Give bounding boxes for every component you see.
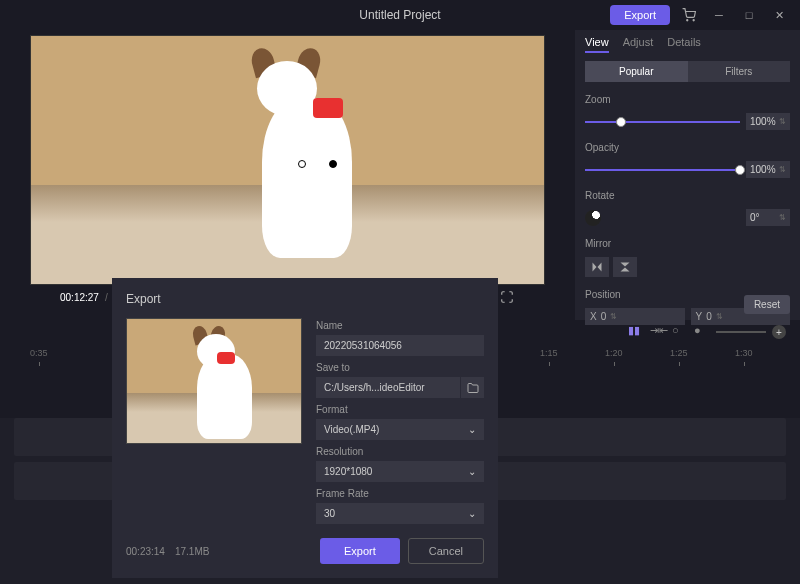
maximize-button[interactable]: □ [738, 4, 760, 26]
tab-details[interactable]: Details [667, 36, 701, 53]
ruler-mark: 1:15 [540, 348, 558, 358]
cancel-button[interactable]: Cancel [408, 538, 484, 564]
resolution-select[interactable]: 1920*1080⌄ [316, 461, 484, 482]
ruler-mark: 1:25 [670, 348, 688, 358]
titlebar: Untitled Project Export ─ □ ✕ [0, 0, 800, 30]
rotate-knob[interactable] [585, 210, 601, 226]
zoom-slider[interactable] [585, 121, 740, 123]
save-path-input[interactable] [316, 377, 460, 398]
zoom-in-button[interactable]: + [772, 325, 786, 339]
tab-adjust[interactable]: Adjust [623, 36, 654, 53]
marker-icon[interactable]: ▮▮ [628, 324, 644, 340]
preview-area: 00:12:27 / 00:23:14 : 9 ⌄ [0, 30, 575, 320]
fullscreen-icon[interactable] [499, 289, 515, 305]
name-label: Name [316, 320, 484, 331]
rotate-value[interactable]: 0°⇅ [746, 209, 790, 226]
current-time: 00:12:27 [60, 292, 99, 303]
export-filesize: 17.1MB [175, 546, 209, 557]
properties-panel: View Adjust Details Popular Filters Zoom… [575, 30, 800, 320]
opacity-value[interactable]: 100%⇅ [746, 161, 790, 178]
reset-button[interactable]: Reset [744, 295, 790, 314]
dot-icon[interactable]: ● [694, 324, 710, 340]
tab-view[interactable]: View [585, 36, 609, 53]
ruler-mark: 1:20 [605, 348, 623, 358]
opacity-label: Opacity [585, 142, 790, 153]
zoom-label: Zoom [585, 94, 790, 105]
circle-icon[interactable]: ○ [672, 324, 688, 340]
segment-popular[interactable]: Popular [585, 61, 688, 82]
rotate-label: Rotate [585, 190, 790, 201]
format-label: Format [316, 404, 484, 415]
minimize-button[interactable]: ─ [708, 4, 730, 26]
position-x-input[interactable]: X0⇅ [585, 308, 685, 325]
resolution-label: Resolution [316, 446, 484, 457]
svg-point-1 [693, 20, 694, 21]
svg-point-0 [687, 20, 688, 21]
framerate-label: Frame Rate [316, 488, 484, 499]
timeline-zoom-slider[interactable] [716, 331, 766, 333]
format-select[interactable]: Video(.MP4)⌄ [316, 419, 484, 440]
close-button[interactable]: ✕ [768, 4, 790, 26]
zoom-value[interactable]: 100%⇅ [746, 113, 790, 130]
mirror-horizontal-button[interactable] [585, 257, 609, 277]
cart-icon[interactable] [678, 4, 700, 26]
time-sep: / [105, 292, 108, 303]
opacity-slider[interactable] [585, 169, 740, 171]
align-icon[interactable]: ⇥⇤ [650, 324, 666, 340]
export-button[interactable]: Export [610, 5, 670, 25]
mirror-label: Mirror [585, 238, 790, 249]
segment-filters[interactable]: Filters [688, 61, 791, 82]
export-duration: 00:23:14 [126, 546, 165, 557]
export-confirm-button[interactable]: Export [320, 538, 400, 564]
name-input[interactable] [316, 335, 484, 356]
mirror-vertical-button[interactable] [613, 257, 637, 277]
export-thumbnail [126, 318, 302, 444]
ruler-mark: 0:35 [30, 348, 48, 358]
export-dialog: Export Name Save to Format Video(.MP4)⌄ … [112, 278, 498, 578]
project-title: Untitled Project [359, 8, 440, 22]
dialog-title: Export [126, 292, 484, 306]
preview-canvas[interactable] [30, 35, 545, 285]
save-to-label: Save to [316, 362, 484, 373]
browse-folder-button[interactable] [460, 377, 484, 398]
ruler-mark: 1:30 [735, 348, 753, 358]
framerate-select[interactable]: 30⌄ [316, 503, 484, 524]
